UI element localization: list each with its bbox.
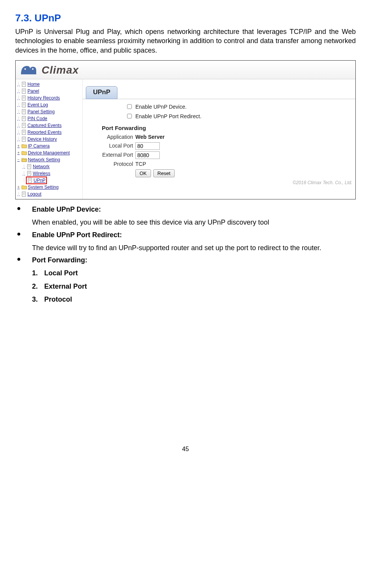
bullet-icon: ● [15, 255, 32, 263]
bullet-section: ● Enable UPnP Device: When enabled, you … [15, 205, 356, 304]
checkbox-enable-device[interactable] [127, 104, 132, 109]
folder-icon [21, 143, 27, 148]
svg-rect-11 [22, 137, 26, 141]
row-local-port: Local Port [90, 142, 355, 150]
svg-rect-12 [27, 164, 31, 169]
logo: Climax [19, 63, 79, 77]
section-intro: UPnP is Universal Plug and Play, which o… [15, 27, 356, 55]
screenshot-frame: Climax ┊Home ┊Panel ┊History Records ┊Ev… [15, 60, 356, 199]
doc-icon [21, 88, 27, 94]
svg-rect-9 [22, 123, 26, 128]
nav-tree: ┊Home ┊Panel ┊History Records ┊Event Log… [16, 79, 83, 199]
bullet-port-forwarding: ● Port Forwarding: [15, 255, 356, 265]
expand-icon[interactable]: + [16, 150, 21, 156]
list-item: 3.Protocol [32, 295, 356, 304]
reset-button[interactable]: Reset [153, 169, 175, 177]
row-external-port: External Port [90, 151, 355, 159]
bullet-icon: ● [15, 230, 32, 238]
bullet-title: Port Forwarding: [32, 255, 87, 265]
svg-point-1 [24, 68, 26, 70]
svg-rect-10 [22, 130, 26, 135]
doc-icon [21, 95, 27, 101]
nav-item-logout[interactable]: ┊Logout [16, 191, 82, 198]
label-enable-redirect: Enable UPnP Port Redirect. [135, 113, 201, 120]
bullet-enable-device: ● Enable UPnP Device: [15, 205, 356, 214]
nav-item-system-setting[interactable]: +System Setting [16, 184, 82, 191]
port-forwarding-heading: Port Forwarding [102, 124, 355, 132]
numbered-list: 1.Local Port 2.External Port 3.Protocol [32, 268, 356, 304]
collapse-icon[interactable]: − [16, 157, 21, 162]
doc-icon [21, 116, 27, 121]
doc-icon [21, 191, 27, 197]
nav-item-home[interactable]: ┊Home [16, 81, 82, 88]
nav-item-network[interactable]: ┊Network [16, 163, 82, 170]
input-external-port[interactable] [135, 151, 160, 159]
row-enable-device: Enable UPnP Device. [90, 103, 355, 111]
section-heading: 7.3. UPnP [15, 11, 356, 25]
label-application: Application [90, 133, 135, 141]
nav-item-reported-events[interactable]: ┊Reported Events [16, 129, 82, 136]
nav-item-upnp[interactable]: ┊UPnP [16, 177, 82, 184]
row-enable-redirect: Enable UPnP Port Redirect. [90, 112, 355, 120]
section-title-text: UPnP [35, 12, 61, 24]
doc-icon [27, 164, 32, 169]
label-protocol: Protocol [90, 161, 135, 168]
nav-item-network-setting[interactable]: −Network Setting [16, 156, 82, 163]
logo-text: Climax [42, 63, 79, 77]
nav-item-ip-camera[interactable]: +IP Camera [16, 143, 82, 149]
nav-item-panel-setting[interactable]: ┊Panel Setting [16, 108, 82, 115]
value-application: Web Server [135, 133, 165, 141]
list-item: 1.Local Port [32, 268, 356, 278]
svg-rect-7 [22, 109, 26, 114]
nav-item-wireless[interactable]: ┊Wireless [16, 170, 82, 177]
svg-rect-8 [22, 116, 26, 121]
tab-upnp[interactable]: UPnP [86, 86, 117, 99]
svg-rect-4 [22, 89, 26, 93]
doc-icon [21, 130, 27, 135]
nav-item-device-history[interactable]: ┊Device History [16, 136, 82, 143]
nav-item-captured-events[interactable]: ┊Captured Events [16, 122, 82, 129]
doc-icon [21, 102, 27, 108]
bullet-enable-redirect: ● Enable UPnP Port Redirect: [15, 230, 356, 239]
svg-rect-3 [22, 82, 26, 87]
doc-icon [21, 82, 27, 87]
label-external-port: External Port [90, 151, 135, 159]
row-application: Application Web Server [90, 133, 355, 141]
doc-icon [21, 137, 27, 142]
nav-item-history-records[interactable]: ┊History Records [16, 95, 82, 101]
doc-icon [27, 171, 32, 176]
svg-rect-14 [28, 178, 32, 183]
nav-item-event-log[interactable]: ┊Event Log [16, 101, 82, 108]
folder-icon [21, 185, 27, 190]
bullet-title: Enable UPnP Device: [32, 205, 101, 214]
row-buttons: OK Reset [90, 169, 355, 177]
svg-rect-15 [22, 192, 26, 196]
svg-rect-5 [22, 96, 26, 100]
svg-rect-6 [22, 103, 26, 107]
nav-item-panel[interactable]: ┊Panel [16, 88, 82, 95]
label-enable-device: Enable UPnP Device. [135, 103, 186, 111]
bullet-desc: The device will try to find an UPnP-supp… [32, 243, 356, 252]
bullet-title: Enable UPnP Port Redirect: [32, 230, 122, 239]
ok-button[interactable]: OK [135, 169, 151, 177]
checkbox-enable-redirect[interactable] [127, 114, 132, 118]
svg-point-2 [32, 68, 34, 70]
value-protocol: TCP [135, 161, 146, 168]
copyright-text: ©2016 Climax Tech. Co., Ltd. [83, 179, 355, 187]
nav-item-device-management[interactable]: +Device Management [16, 149, 82, 156]
input-local-port[interactable] [135, 142, 160, 150]
bullet-icon: ● [15, 205, 32, 212]
main-panel: UPnP Enable UPnP Device. Enable UPnP Por… [83, 79, 355, 199]
doc-icon [21, 123, 27, 128]
expand-icon[interactable]: + [16, 143, 21, 149]
expand-icon[interactable]: + [16, 185, 21, 190]
doc-icon [21, 109, 27, 114]
folder-icon [21, 150, 27, 155]
nav-item-pin-code[interactable]: ┊PIN Code [16, 115, 82, 122]
climax-logo-icon [19, 63, 39, 77]
label-local-port: Local Port [90, 142, 135, 149]
section-number: 7.3. [15, 12, 32, 24]
list-item: 2.External Port [32, 282, 356, 291]
bullet-desc: When enabled, you will be able to see th… [32, 218, 356, 227]
folder-open-icon [21, 157, 27, 162]
